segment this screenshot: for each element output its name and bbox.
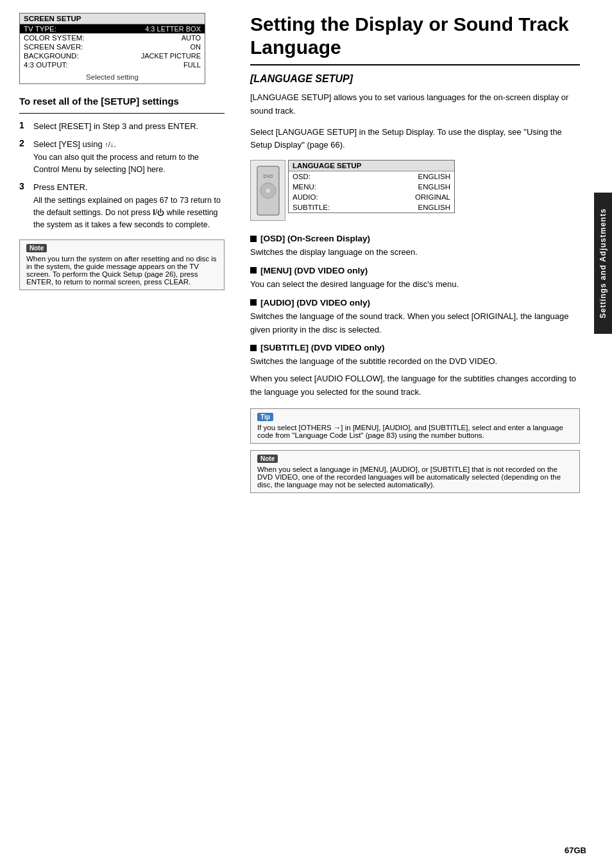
left-note-box: Note When you turn the system on after r… — [19, 239, 225, 290]
page-title: Setting the Display or Sound Track Langu… — [250, 13, 580, 65]
square-bullet-icon — [250, 345, 257, 351]
table-row: AUDIO: ORIGINAL — [289, 192, 454, 202]
tip-box: Tip If you select [OTHERS →] in [MENU], … — [250, 408, 580, 444]
left-column: SCREEN SETUP TV TYPE: 4:3 LETTER BOX COL… — [0, 0, 237, 868]
step-number-1: 1 — [19, 120, 30, 130]
language-setup-box: LANGUAGE SETUP OSD: ENGLISH MENU: ENGLIS… — [288, 160, 455, 213]
power-icon: ⏻ — [157, 209, 164, 216]
language-setup-table: OSD: ENGLISH MENU: ENGLISH AUDIO: ORIGIN… — [289, 171, 454, 213]
table-row: MENU: ENGLISH — [289, 182, 454, 192]
table-row: SCREEN SAVER: ON — [20, 42, 205, 51]
language-setup-heading: [LANGUAGE SETUP] — [250, 73, 580, 85]
osd-heading: [OSD] (On-Screen Display) — [250, 234, 580, 243]
table-cell-label: OSD: — [289, 171, 373, 182]
subtitle-heading-text: [SUBTITLE] (DVD VIDEO only) — [260, 343, 385, 352]
screen-setup-title: SCREEN SETUP — [20, 13, 205, 24]
table-cell-value: ENGLISH — [373, 202, 454, 213]
svg-text:DVD: DVD — [263, 174, 273, 178]
tip-text: If you select [OTHERS →] in [MENU], [AUD… — [257, 424, 573, 439]
language-setup-box-wrapper: DVD LANGUAGE SETUP OSD: ENGLISH MENU: EN… — [250, 160, 580, 223]
table-cell-value: FULL — [113, 60, 205, 69]
step-2-sub: You can also quit the process and return… — [33, 152, 225, 176]
table-cell-value: 4:3 LETTER BOX — [113, 24, 205, 33]
menu-heading: [MENU] (DVD VIDEO only) — [250, 266, 580, 275]
table-cell-label: TV TYPE: — [20, 24, 113, 33]
intro-text-1: [LANGUAGE SETUP] allows you to set vario… — [250, 91, 580, 118]
note-label: Note — [26, 244, 47, 252]
table-cell-label: BACKGROUND: — [20, 51, 113, 60]
menu-heading-text: [MENU] (DVD VIDEO only) — [260, 266, 368, 275]
subtitle-text-2: When you select [AUDIO FOLLOW], the lang… — [250, 372, 580, 399]
menu-text: You can select the desired language for … — [250, 278, 580, 291]
table-cell-value: ENGLISH — [373, 171, 454, 182]
table-cell-value: JACKET PICTURE — [113, 51, 205, 60]
up-down-arrow: ↑/↓ — [105, 141, 114, 148]
screen-setup-box: SCREEN SETUP TV TYPE: 4:3 LETTER BOX COL… — [19, 13, 205, 84]
right-note-box: Note When you select a language in [MENU… — [250, 450, 580, 493]
osd-text: Switches the display language on the scr… — [250, 246, 580, 259]
step-number-2: 2 — [19, 138, 30, 148]
step-3: 3 Press ENTER. All the settings explaine… — [19, 181, 225, 231]
page-number: 67GB — [565, 846, 586, 855]
table-cell-label: SUBTITLE: — [289, 202, 373, 213]
table-cell-label: SCREEN SAVER: — [20, 42, 113, 51]
table-row: BACKGROUND: JACKET PICTURE — [20, 51, 205, 60]
table-cell-value: ORIGINAL — [373, 192, 454, 202]
step-number-3: 3 — [19, 181, 30, 191]
table-row: TV TYPE: 4:3 LETTER BOX — [20, 24, 205, 33]
step-2-main: Select [YES] using ↑/↓. — [33, 138, 225, 151]
table-cell-value: ENGLISH — [373, 182, 454, 192]
svg-point-2 — [266, 188, 271, 193]
subtitle-heading: [SUBTITLE] (DVD VIDEO only) — [250, 343, 580, 352]
audio-heading-text: [AUDIO] (DVD VIDEO only) — [260, 298, 370, 308]
square-bullet-icon — [250, 299, 257, 306]
language-icon-area: DVD — [250, 160, 285, 221]
note-text: When you turn the system on after resett… — [26, 255, 217, 286]
tip-label: Tip — [257, 413, 273, 421]
right-note-text: When you select a language in [MENU], [A… — [257, 465, 573, 489]
note-label: Note — [257, 455, 278, 463]
table-cell-label: MENU: — [289, 182, 373, 192]
audio-text: Switches the language of the sound track… — [250, 310, 580, 337]
osd-heading-text: [OSD] (On-Screen Display) — [260, 234, 370, 243]
screen-setup-table: TV TYPE: 4:3 LETTER BOX COLOR SYSTEM: AU… — [20, 24, 205, 69]
steps-list: 1 Select [RESET] in Step 3 and press ENT… — [19, 120, 225, 230]
table-row: 4:3 OUTPUT: FULL — [20, 60, 205, 69]
table-row: OSD: ENGLISH — [289, 171, 454, 182]
table-cell-label: 4:3 OUTPUT: — [20, 60, 113, 69]
table-row: COLOR SYSTEM: AUTO — [20, 33, 205, 42]
table-cell-value: AUTO — [113, 33, 205, 42]
sidebar-tab: Settings and Adjustments — [594, 193, 612, 334]
step-3-sub: All the settings explained on pages 67 t… — [33, 195, 225, 230]
step-1: 1 Select [RESET] in Step 3 and press ENT… — [19, 120, 225, 133]
intro-text-2: Select [LANGUAGE SETUP] in the Setup Dis… — [250, 126, 580, 153]
step-2: 2 Select [YES] using ↑/↓. You can also q… — [19, 138, 225, 176]
step-1-main: Select [RESET] in Step 3 and press ENTER… — [33, 120, 198, 133]
square-bullet-icon — [250, 267, 257, 273]
divider — [19, 113, 225, 114]
table-cell-label: AUDIO: — [289, 192, 373, 202]
language-setup-box-title: LANGUAGE SETUP — [289, 161, 454, 171]
dvd-icon: DVD — [256, 165, 280, 216]
selected-setting-label: Selected setting — [20, 69, 205, 83]
square-bullet-icon — [250, 236, 257, 242]
right-column: Setting the Display or Sound Track Langu… — [237, 0, 612, 868]
reset-section-heading: To reset all of the [SETUP] settings — [19, 96, 225, 107]
subtitle-text-1: Switches the language of the subtitle re… — [250, 355, 580, 369]
table-row: SUBTITLE: ENGLISH — [289, 202, 454, 213]
sidebar-tab-label: Settings and Adjustments — [599, 208, 608, 318]
table-cell-label: COLOR SYSTEM: — [20, 33, 113, 42]
table-cell-value: ON — [113, 42, 205, 51]
audio-heading: [AUDIO] (DVD VIDEO only) — [250, 298, 580, 308]
step-3-main: Press ENTER. — [33, 181, 225, 194]
